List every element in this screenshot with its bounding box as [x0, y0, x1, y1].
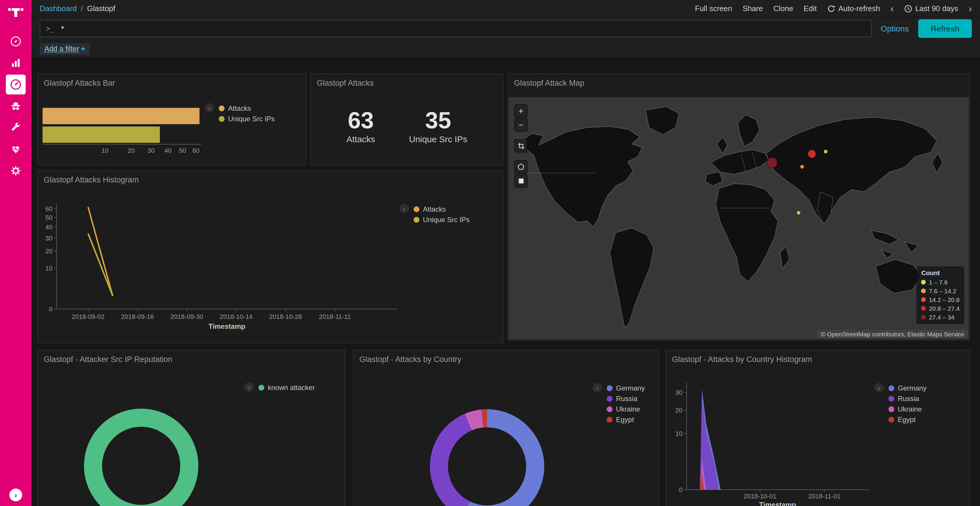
refresh-cycle-icon [827, 5, 835, 13]
sidebar: › [0, 0, 32, 506]
legend-expand-icon[interactable]: › [874, 383, 884, 392]
heartbeat-icon [6, 139, 25, 159]
polygon-icon [517, 163, 525, 171]
gear-icon [6, 160, 25, 181]
telekom-logo[interactable] [8, 5, 23, 22]
query-input[interactable] [60, 23, 865, 34]
sidebar-collapse-button[interactable]: › [10, 489, 22, 501]
map-legend: Count 1 – 7.67.6 – 14.214.2 – 20.820.8 –… [917, 266, 964, 324]
legend-expand-icon[interactable]: › [205, 103, 214, 113]
time-back-button[interactable]: ‹ [891, 4, 894, 13]
x-tick-label: 40 [164, 147, 172, 154]
legend-item-Egypt[interactable]: Egypt [607, 414, 645, 425]
world-map[interactable]: + − [509, 97, 969, 339]
zoom-out-button[interactable]: − [514, 118, 527, 131]
legend-item-Ukraine[interactable]: Ukraine [607, 404, 645, 414]
legend-item-Attacks[interactable]: Attacks [414, 204, 469, 214]
panel-country-histogram: Glastopf - Attacks by Country Histogram … [666, 350, 970, 506]
breadcrumb: Dashboard / Glastopf [40, 4, 115, 13]
edit-button[interactable]: Edit [803, 4, 817, 13]
tick-label: 2018-10-01 [744, 493, 777, 500]
legend-item-Germany[interactable]: Germany [888, 383, 927, 393]
query-prompt-icon: >_ [46, 24, 54, 33]
tick-label: 30 [46, 235, 52, 242]
legend-item-Germany[interactable]: Germany [607, 383, 645, 393]
time-forward-button[interactable]: › [969, 4, 972, 13]
bar-Attacks[interactable] [43, 108, 199, 124]
legend-item-Attacks[interactable]: Attacks [219, 103, 275, 114]
sidebar-item-management[interactable] [0, 160, 32, 181]
donut-chart-country[interactable] [430, 409, 544, 506]
map-marker[interactable] [767, 157, 778, 168]
tick-label: 0 [679, 486, 682, 493]
map-marker[interactable] [797, 211, 800, 215]
tick-label: 40 [46, 224, 52, 231]
x-axis-label: Timestamp [208, 322, 245, 330]
sidebar-item-devtools[interactable] [0, 117, 32, 138]
dashboard-grid: Glastopf Attacks Bar 102030405060 ›Attac… [32, 58, 980, 506]
kibana-dashboard-app: › Dashboard / Glastopf Full screen Share… [0, 0, 980, 506]
auto-refresh-button[interactable]: Auto-refresh [827, 4, 880, 13]
polygon-filter-button[interactable] [514, 160, 527, 173]
legend-item-known attacker[interactable]: known attacker [258, 382, 315, 393]
legend-item-Egypt[interactable]: Egypt [888, 414, 927, 425]
map-marker[interactable] [800, 165, 804, 169]
x-tick-label: 20 [128, 147, 135, 154]
donut-hole [102, 427, 180, 505]
legend-item-Russia[interactable]: Russia [607, 393, 645, 404]
rectangle-filter-button[interactable] [514, 174, 527, 187]
options-link[interactable]: Options [881, 24, 909, 33]
map-controls: + − [514, 104, 527, 188]
add-filter-link[interactable]: Add a filter+ [40, 43, 90, 54]
legend-item-Ukraine[interactable]: Ukraine [888, 404, 927, 414]
sidebar-item-visualize[interactable] [0, 52, 32, 73]
tick-label: 50 [46, 214, 52, 221]
map-marker[interactable] [824, 149, 828, 154]
chart-legend: ›GermanyRussiaUkraineEgypt [593, 383, 645, 425]
legend-expand-icon[interactable]: › [244, 382, 254, 392]
sidebar-item-discover[interactable] [0, 30, 32, 52]
sidebar-item-dashboard[interactable] [0, 73, 32, 95]
chart-legend: ›AttacksUnique Src IPs [205, 103, 275, 124]
bar-Unique Src IPs[interactable] [43, 127, 160, 143]
legend-expand-icon[interactable]: › [399, 204, 409, 213]
tick-label: 20 [46, 247, 52, 255]
map-attribution[interactable]: © OpenStreetMap contributors, Elastic Ma… [817, 330, 968, 338]
tick-label: 20 [676, 407, 682, 414]
map-legend-item: 7.6 – 14.2 [921, 286, 959, 295]
share-button[interactable]: Share [743, 4, 763, 13]
chart-legend: ›known attacker [244, 382, 315, 393]
legend-expand-icon[interactable]: › [593, 383, 602, 392]
tick-label: 2018-09-30 [170, 313, 203, 320]
breadcrumb-dashboard-link[interactable]: Dashboard [40, 4, 77, 13]
dashboard-gauge-icon [6, 75, 25, 94]
panel-title: Glastopf - Attacks by Country [353, 351, 659, 368]
tick-label: 10 [46, 265, 52, 272]
legend-item-Unique Src IPs[interactable]: Unique Src IPs [219, 114, 275, 124]
refresh-button[interactable]: Refresh [918, 19, 972, 38]
zoom-in-button[interactable]: + [514, 104, 527, 117]
tick-label: 0 [49, 306, 52, 313]
legend-item-Russia[interactable]: Russia [888, 393, 927, 404]
legend-item-Unique Src IPs[interactable]: Unique Src IPs [414, 214, 469, 225]
main-area: Dashboard / Glastopf Full screen Share C… [32, 0, 980, 506]
query-bar: >_ Options Refresh [32, 17, 980, 40]
tick-label: 2018-11-01 [808, 493, 841, 500]
top-navigation: Dashboard / Glastopf Full screen Share C… [32, 0, 980, 17]
line-chart: 01020304050602018-09-022018-09-162018-09… [38, 171, 503, 343]
sidebar-item-monitoring[interactable] [0, 138, 32, 160]
query-input-box[interactable]: >_ [40, 20, 872, 37]
series-line-Unique Src IPs[interactable] [88, 233, 113, 296]
map-marker[interactable] [808, 150, 816, 158]
chart-legend: ›GermanyRussiaUkraineEgypt [874, 383, 927, 425]
full-screen-button[interactable]: Full screen [695, 4, 732, 13]
sidebar-item-spy[interactable] [0, 95, 32, 117]
donut-chart-reputation[interactable] [84, 409, 198, 506]
clone-button[interactable]: Clone [773, 4, 793, 13]
series-line-Attacks[interactable] [88, 207, 113, 296]
time-range-button[interactable]: Last 90 days [904, 4, 958, 13]
fit-bounds-crop-button[interactable] [514, 139, 527, 152]
panel-attack-map: Glastopf Attack Map [508, 73, 970, 341]
tick-label: 2018-09-16 [121, 313, 154, 320]
panel-attacks-metric: Glastopf Attacks 63 Attacks 35 Unique Sr… [310, 73, 503, 165]
